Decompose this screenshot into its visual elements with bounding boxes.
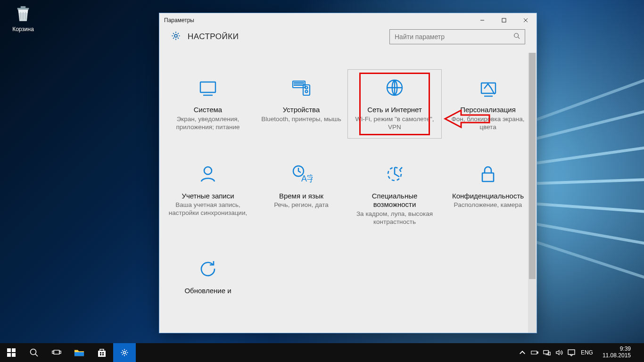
search-icon xyxy=(513,33,520,41)
tile-subtitle: Экран, уведомления, приложения; питание xyxy=(166,115,250,132)
tile-ease-of-access[interactable]: Специальные возможности За кадром, лупа,… xyxy=(348,156,441,233)
maximize-button[interactable] xyxy=(493,13,515,27)
svg-point-29 xyxy=(124,352,126,354)
svg-rect-17 xyxy=(7,348,11,352)
store-icon xyxy=(97,347,107,358)
taskbar-clock[interactable]: 9:39 11.08.2015 xyxy=(599,346,635,359)
svg-rect-24 xyxy=(59,351,61,354)
tile-subtitle: Фон, блокировка экрана, цвета xyxy=(446,115,530,132)
svg-point-8 xyxy=(305,87,308,89)
search-icon xyxy=(29,348,39,357)
user-icon xyxy=(166,161,250,187)
trash-icon xyxy=(13,4,33,24)
svg-rect-23 xyxy=(52,351,54,354)
action-center-icon xyxy=(568,349,575,356)
tile-subtitle: Ваша учетная запись, настройки синхрониз… xyxy=(166,201,250,217)
clock-date: 11.08.2015 xyxy=(603,353,631,359)
search-button[interactable] xyxy=(23,343,45,362)
tile-time-language[interactable]: A字 Время и язык Речь, регион, дата xyxy=(255,156,348,233)
devices-icon xyxy=(259,74,343,101)
svg-rect-28 xyxy=(102,354,104,355)
svg-rect-20 xyxy=(12,353,16,357)
svg-rect-27 xyxy=(100,354,101,355)
svg-point-3 xyxy=(174,34,177,37)
language-indicator[interactable]: ENG xyxy=(581,349,593,356)
gear-icon xyxy=(120,348,129,357)
tile-network[interactable]: Сеть и Интернет Wi-Fi, режим "в самолете… xyxy=(348,70,441,138)
svg-point-9 xyxy=(305,90,308,93)
desktop: Корзина Параметры xyxy=(0,0,644,362)
tray[interactable] xyxy=(519,349,575,356)
tile-accounts[interactable]: Учетные записи Ваша учетная запись, наст… xyxy=(161,156,255,233)
tile-subtitle: За кадром, лупа, высокая контрастность xyxy=(353,210,437,226)
svg-rect-0 xyxy=(17,8,29,10)
folder-icon xyxy=(74,347,84,358)
personalize-icon xyxy=(446,74,530,101)
tile-subtitle: Речь, регион, дата xyxy=(259,201,343,209)
tile-title: Устройства xyxy=(259,106,343,115)
page-title: НАСТРОЙКИ xyxy=(188,32,239,41)
task-view-button[interactable] xyxy=(45,343,68,362)
recycle-bin-label: Корзина xyxy=(7,26,40,33)
tile-title: Система xyxy=(166,106,250,115)
settings-taskbar-button[interactable] xyxy=(113,343,136,362)
svg-rect-16 xyxy=(482,173,494,181)
tile-title: Учетные записи xyxy=(166,192,250,201)
svg-rect-31 xyxy=(537,352,538,353)
tile-title: Обновление и xyxy=(166,287,250,296)
window-title: Параметры xyxy=(159,17,194,24)
tile-subtitle: Bluetooth, принтеры, мышь xyxy=(259,115,343,123)
volume-icon xyxy=(555,349,563,356)
settings-window: Параметры xyxy=(159,13,537,333)
minimize-button[interactable] xyxy=(471,13,493,27)
svg-rect-26 xyxy=(102,352,104,354)
svg-rect-34 xyxy=(568,350,575,354)
tile-privacy[interactable]: Конфиденциальность Расположение, камера xyxy=(441,156,535,233)
svg-point-12 xyxy=(204,167,212,174)
globe-icon xyxy=(353,74,437,101)
svg-rect-25 xyxy=(100,352,101,354)
taskbar: ENG 9:39 11.08.2015 xyxy=(0,343,644,362)
tile-update[interactable]: Обновление и xyxy=(161,251,255,303)
svg-text:A字: A字 xyxy=(301,174,313,183)
svg-rect-5 xyxy=(200,82,215,92)
battery-icon xyxy=(531,349,538,356)
search-field[interactable] xyxy=(395,33,508,41)
window-titlebar[interactable]: Параметры xyxy=(159,13,537,27)
tile-title: Сеть и Интернет xyxy=(353,106,437,115)
svg-rect-18 xyxy=(12,348,16,352)
tile-personalization[interactable]: Персонализация Фон, блокировка экрана, ц… xyxy=(441,70,535,138)
tile-title: Специальные возможности xyxy=(353,192,437,210)
tile-title: Конфиденциальность xyxy=(446,192,530,201)
svg-rect-22 xyxy=(54,350,59,354)
tile-subtitle: Wi-Fi, режим "в самолете", VPN xyxy=(353,115,437,132)
ease-icon xyxy=(353,161,437,187)
recycle-bin-icon[interactable]: Корзина xyxy=(7,4,40,33)
svg-rect-30 xyxy=(531,351,537,354)
time-language-icon: A字 xyxy=(259,161,343,187)
gear-icon xyxy=(171,31,181,43)
tile-system[interactable]: Система Экран, уведомления, приложения; … xyxy=(161,70,255,138)
search-input[interactable] xyxy=(389,29,525,44)
tile-title: Персонализация xyxy=(446,106,530,115)
svg-rect-19 xyxy=(7,353,11,357)
update-icon xyxy=(166,255,250,282)
windows-icon xyxy=(7,348,16,357)
svg-rect-1 xyxy=(21,6,26,8)
tile-subtitle: Расположение, камера xyxy=(446,201,530,209)
svg-rect-32 xyxy=(544,351,549,354)
file-explorer-button[interactable] xyxy=(68,343,91,362)
settings-grid: Система Экран, уведомления, приложения; … xyxy=(159,53,537,303)
clock-time: 9:39 xyxy=(603,346,631,353)
lock-icon xyxy=(446,161,530,187)
svg-rect-2 xyxy=(502,18,506,22)
store-button[interactable] xyxy=(91,343,113,362)
network-icon xyxy=(543,349,551,356)
display-icon xyxy=(166,74,250,101)
tile-devices[interactable]: Устройства Bluetooth, принтеры, мышь xyxy=(255,70,348,138)
start-button[interactable] xyxy=(0,343,23,362)
tile-title: Время и язык xyxy=(259,192,343,201)
scrollbar[interactable] xyxy=(528,53,537,333)
svg-point-4 xyxy=(514,33,519,38)
close-button[interactable] xyxy=(515,13,537,27)
